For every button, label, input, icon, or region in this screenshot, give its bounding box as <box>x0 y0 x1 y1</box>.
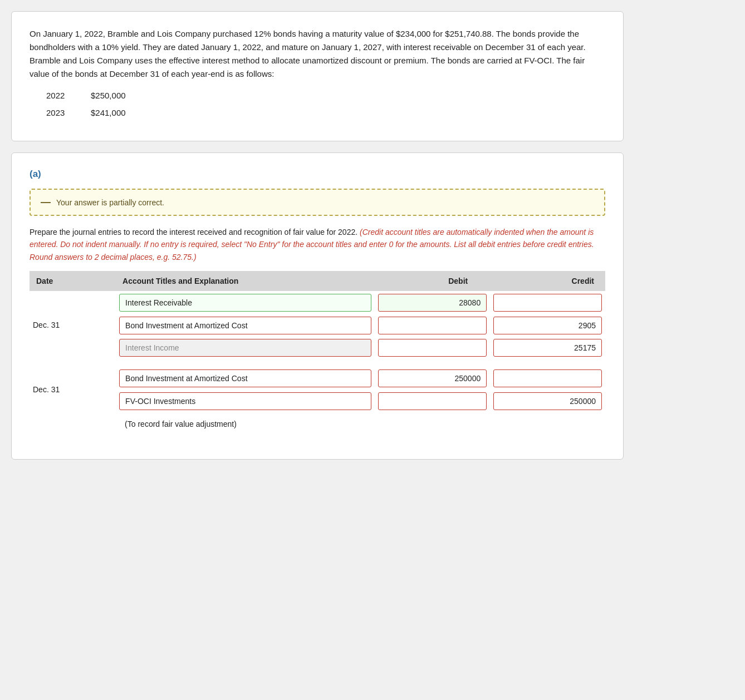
journal-table: Date Account Titles and Explanation Debi… <box>30 271 605 432</box>
account-cell-1-1[interactable] <box>116 291 375 314</box>
credit-input-1-1[interactable] <box>493 294 602 312</box>
to-record-text: (To record fair value adjustment) <box>125 420 601 428</box>
table-row: Dec. 31 <box>30 291 605 314</box>
credit-cell-2-1[interactable] <box>490 367 605 390</box>
problem-text: On January 1, 2022, Bramble and Lois Com… <box>30 27 605 81</box>
account-input-2-2[interactable] <box>119 392 371 410</box>
credit-cell-1-3[interactable] <box>490 337 605 359</box>
debit-cell-2-1[interactable] <box>375 367 490 390</box>
account-cell-1-3[interactable] <box>116 337 375 359</box>
debit-input-1-2[interactable] <box>378 317 487 334</box>
year-label-1: 2022 <box>46 91 74 100</box>
credit-cell-1-1[interactable] <box>490 291 605 314</box>
account-cell-1-2[interactable] <box>116 314 375 337</box>
date-dec31-2: Dec. 31 <box>30 367 116 412</box>
debit-cell-1-2[interactable] <box>375 314 490 337</box>
to-record-row: (To record fair value adjustment) <box>30 412 605 432</box>
account-input-2-1[interactable] <box>119 369 371 387</box>
account-input-1-3 <box>119 339 371 357</box>
credit-input-2-2[interactable] <box>493 392 602 410</box>
instructions: Prepare the journal entries to record th… <box>30 226 605 263</box>
section-a-label: (a) <box>30 169 605 180</box>
debit-input-2-2[interactable] <box>378 392 487 410</box>
problem-card: On January 1, 2022, Bramble and Lois Com… <box>11 11 624 141</box>
section-a-card: (a) — Your answer is partially correct. … <box>11 152 624 460</box>
year-row-2: 2023 $241,000 <box>46 108 605 117</box>
account-input-1-2[interactable] <box>119 317 371 334</box>
col-header-credit: Credit <box>490 271 605 291</box>
table-row <box>30 390 605 412</box>
debit-cell-2-2[interactable] <box>375 390 490 412</box>
table-row: Dec. 31 <box>30 367 605 390</box>
date-dec31-1: Dec. 31 <box>30 291 116 359</box>
year-values: 2022 $250,000 2023 $241,000 <box>46 91 605 117</box>
instructions-plain: Prepare the journal entries to record th… <box>30 228 357 236</box>
account-cell-2-1[interactable] <box>116 367 375 390</box>
notice-dash-icon: — <box>41 196 51 208</box>
credit-input-2-1[interactable] <box>493 369 602 387</box>
row-spacer <box>30 359 605 367</box>
year-value-1: $250,000 <box>91 91 126 100</box>
debit-cell-1-1[interactable] <box>375 291 490 314</box>
year-label-2: 2023 <box>46 108 74 117</box>
col-header-date: Date <box>30 271 116 291</box>
notice-box: — Your answer is partially correct. <box>30 189 605 216</box>
credit-cell-1-2[interactable] <box>490 314 605 337</box>
col-header-account: Account Titles and Explanation <box>116 271 375 291</box>
col-header-debit: Debit <box>375 271 490 291</box>
debit-input-1-1[interactable] <box>378 294 487 312</box>
notice-text: Your answer is partially correct. <box>56 198 164 207</box>
debit-input-2-1[interactable] <box>378 369 487 387</box>
year-value-2: $241,000 <box>91 108 126 117</box>
table-row <box>30 314 605 337</box>
credit-input-1-3[interactable] <box>493 339 602 357</box>
account-cell-2-2[interactable] <box>116 390 375 412</box>
debit-input-1-3[interactable] <box>378 339 487 357</box>
debit-cell-1-3[interactable] <box>375 337 490 359</box>
credit-cell-2-2[interactable] <box>490 390 605 412</box>
year-row-1: 2022 $250,000 <box>46 91 605 100</box>
credit-input-1-2[interactable] <box>493 317 602 334</box>
table-row <box>30 337 605 359</box>
account-input-1-1[interactable] <box>119 294 371 312</box>
